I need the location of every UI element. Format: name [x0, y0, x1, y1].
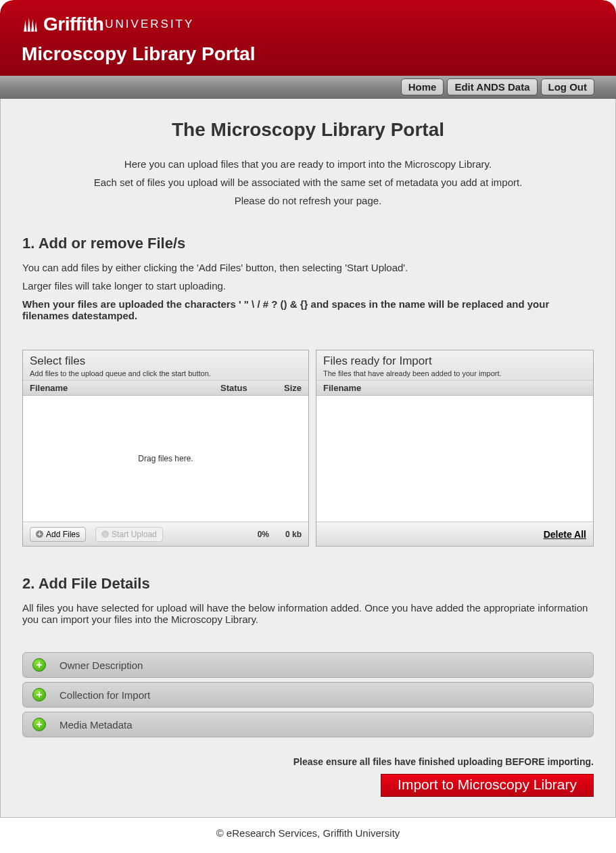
section-1-heading: 1. Add or remove File/s [22, 235, 594, 252]
ready-panel-subtitle: The files that have already been added t… [323, 369, 586, 377]
plus-circle-icon: + [32, 688, 46, 701]
ready-file-list [316, 396, 593, 522]
intro-line-3: Please do not refresh your page. [22, 195, 594, 206]
upload-panel-footer: + Add Files ↑ Start Upload 0% 0 kb [23, 522, 308, 546]
start-upload-button[interactable]: ↑ Start Upload [95, 527, 163, 542]
logout-button[interactable]: Log Out [541, 78, 594, 95]
upload-panel-title: Select files [30, 354, 302, 368]
accordion: + Owner Description + Collection for Imp… [22, 652, 594, 737]
accordion-label: Collection for Import [60, 689, 150, 701]
intro-line-1: Here you can upload files that you are r… [22, 158, 594, 170]
ready-column-header: Filename [316, 381, 593, 396]
accordion-media-metadata[interactable]: + Media Metadata [22, 712, 594, 737]
navbar: Home Edit ANDS Data Log Out [0, 76, 616, 99]
upload-col-filename: Filename [30, 383, 220, 393]
logo-text-griffith: Griffith [43, 14, 103, 35]
page-title: The Microscopy Library Portal [22, 119, 594, 141]
plus-icon: + [36, 530, 43, 538]
portal-title: Microscopy Library Portal [22, 43, 594, 65]
add-files-label: Add Files [46, 530, 80, 539]
accordion-label: Media Metadata [60, 719, 133, 731]
upload-column-header: Filename Status Size [23, 381, 308, 396]
section-1-p3: When your files are uploaded the charact… [22, 298, 594, 321]
upload-col-size: Size [264, 383, 302, 393]
upload-col-status: Status [220, 383, 264, 393]
intro-line-2: Each set of files you upload will be ass… [22, 177, 594, 188]
accordion-collection-import[interactable]: + Collection for Import [22, 682, 594, 708]
accordion-owner-description[interactable]: + Owner Description [22, 652, 594, 678]
section-1-p2: Larger files will take longer to start u… [22, 280, 594, 292]
drop-hint: Drag files here. [138, 454, 193, 463]
logo: Griffith UNIVERSITY [22, 14, 594, 35]
section-1-p1: You can add files by either clicking the… [22, 262, 594, 273]
upload-icon: ↑ [101, 530, 109, 538]
start-upload-label: Start Upload [112, 530, 157, 539]
import-warning: Please ensure all files have finished up… [22, 756, 594, 767]
footer-text: © eResearch Services, Griffith Universit… [0, 818, 616, 848]
plus-circle-icon: + [32, 658, 46, 672]
section-2-p1: All files you have selected for upload w… [22, 602, 594, 625]
ready-col-filename: Filename [323, 383, 586, 393]
upload-total-size: 0 kb [269, 530, 302, 539]
import-button[interactable]: Import to Microscopy Library [381, 774, 594, 797]
add-files-button[interactable]: + Add Files [30, 527, 86, 542]
ready-panel-title: Files ready for Import [323, 354, 586, 368]
header-banner: Griffith UNIVERSITY Microscopy Library P… [0, 0, 616, 76]
home-button[interactable]: Home [401, 78, 444, 95]
upload-panel: Select files Add files to the upload que… [22, 350, 309, 547]
section-2-heading: 2. Add File Details [22, 575, 594, 593]
plus-circle-icon: + [32, 718, 46, 731]
ready-panel-footer: Delete All [316, 522, 593, 546]
ready-panel: Files ready for Import The files that ha… [316, 350, 594, 547]
upload-drop-area[interactable]: Drag files here. [23, 396, 308, 522]
upload-panel-subtitle: Add files to the upload queue and click … [30, 369, 302, 377]
upload-percent: 0% [232, 530, 269, 539]
griffith-crest-icon [22, 16, 39, 33]
logo-text-university: UNIVERSITY [105, 18, 194, 31]
delete-all-link[interactable]: Delete All [544, 529, 586, 540]
edit-ands-button[interactable]: Edit ANDS Data [447, 78, 537, 95]
content-area: The Microscopy Library Portal Here you c… [0, 99, 616, 818]
accordion-label: Owner Description [60, 660, 143, 671]
